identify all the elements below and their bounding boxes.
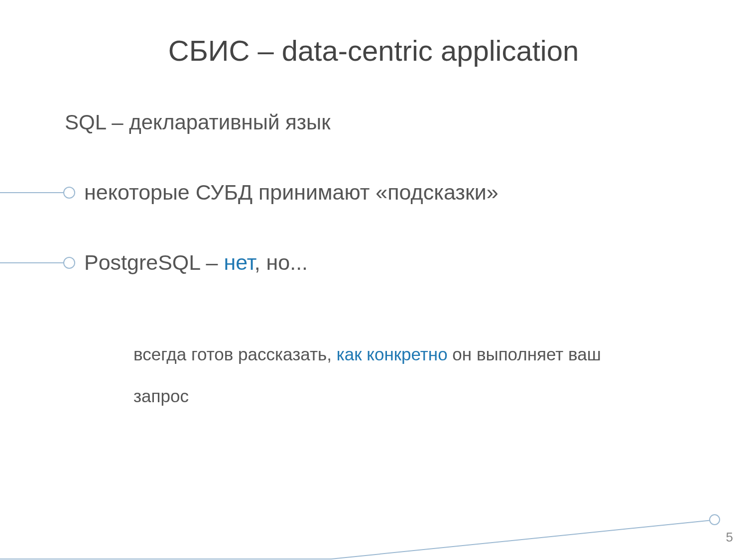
svg-line-1 xyxy=(331,520,712,559)
sub-text-emph: как конкретно xyxy=(337,344,448,364)
slide-title: СБИС – data-centric application xyxy=(0,34,747,67)
bullet-text-pre: PostgreSQL – xyxy=(84,250,224,274)
subtitle-line: SQL – декларативный язык xyxy=(65,111,331,134)
page-number: 5 xyxy=(726,530,733,545)
bullet-circle-icon xyxy=(63,187,75,199)
bottom-decoration xyxy=(0,495,747,560)
sub-text: всегда готов рассказать, как конкретно о… xyxy=(133,334,631,417)
bullet-circle-icon xyxy=(63,257,75,269)
bullet-connector-line xyxy=(0,192,64,193)
bullet-item: PostgreSQL – нет, но... xyxy=(0,250,308,275)
bullet-connector-line xyxy=(0,262,64,263)
svg-point-2 xyxy=(710,515,720,525)
bullet-text-emph: нет xyxy=(224,250,254,274)
sub-text-pre: всегда готов рассказать, xyxy=(133,344,337,364)
bullet-text: PostgreSQL – нет, но... xyxy=(84,250,308,275)
bullet-text: некоторые СУБД принимают «подсказки» xyxy=(84,180,498,205)
bullet-text-post: , но... xyxy=(254,250,308,274)
bullet-item: некоторые СУБД принимают «подсказки» xyxy=(0,180,498,205)
